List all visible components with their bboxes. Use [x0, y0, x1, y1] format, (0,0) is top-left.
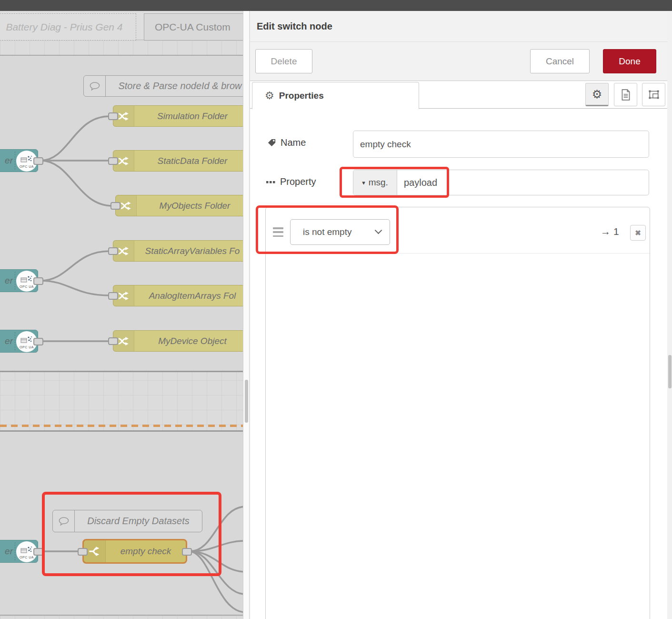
node-divider: [15, 272, 15, 290]
arrow-right-icon: →: [601, 226, 611, 237]
done-button[interactable]: Done: [603, 49, 656, 73]
change-node-staticdata-folder[interactable]: StaticData Folder: [113, 150, 243, 172]
node-label: MyDevice Object: [134, 336, 243, 346]
node-label: Simulation Folder: [134, 111, 243, 122]
output-port[interactable]: [33, 338, 43, 345]
tab-properties-label: Properties: [279, 91, 324, 101]
output-port[interactable]: [33, 157, 43, 165]
canvas-scrollbar-thumb[interactable]: [245, 380, 248, 423]
property-label-text: Property: [280, 176, 316, 187]
annotation-rect-empty-check-flow: [42, 492, 221, 576]
comment-node-store-parse[interactable]: Store & Parse nodeId & brow: [83, 75, 243, 97]
annotation-rect-msg-payload: [340, 167, 449, 198]
layout-frame-icon: [647, 88, 661, 101]
output-port[interactable]: [33, 277, 43, 285]
ellipsis-icon: [266, 180, 276, 184]
tab-properties[interactable]: ⚙ Properties: [252, 82, 419, 109]
wire: [40, 116, 110, 161]
node-red-editor: Battery Diag - Prius Gen 4 OPC-UA Custom…: [0, 0, 672, 619]
node-divider: [15, 542, 15, 560]
opcua-icon-caption: OPC UA: [20, 345, 34, 349]
tag-icon: [267, 138, 276, 147]
name-input[interactable]: [353, 131, 649, 157]
node-divider: [15, 332, 15, 350]
rule-list-container: [265, 207, 650, 619]
cancel-button[interactable]: Cancel: [530, 49, 590, 73]
node-label: er: [5, 336, 13, 346]
input-port[interactable]: [108, 112, 118, 120]
change-node-staticarrayvariables[interactable]: StaticArrayVariables Fo: [113, 240, 243, 262]
flow-canvas[interactable]: Battery Diag - Prius Gen 4 OPC-UA Custom…: [0, 11, 243, 619]
change-node-simulation-folder[interactable]: Simulation Folder: [113, 105, 243, 127]
wire: [40, 281, 110, 295]
flow-tab-label: Battery Diag - Prius Gen 4: [6, 21, 122, 33]
flow-tab-battery-diag[interactable]: Battery Diag - Prius Gen 4: [0, 13, 136, 41]
delete-button[interactable]: Delete: [255, 49, 312, 73]
rule-delete-button[interactable]: ✖: [630, 225, 646, 241]
wire: [40, 161, 112, 206]
name-label-text: Name: [281, 137, 306, 148]
edit-switch-node-dialog: Edit switch node Delete Cancel Done ⚙ Pr…: [250, 11, 672, 619]
annotation-rect-is-not-empty: [256, 205, 399, 254]
opcua-icon-caption: OPC UA: [20, 285, 34, 288]
flow-tab-label: OPC-UA Custom: [155, 21, 231, 33]
node-label: AnalogItemArrays Fol: [134, 291, 243, 301]
property-field-label: Property: [266, 176, 316, 187]
input-port[interactable]: [108, 292, 118, 300]
dialog-toolbar: Delete Cancel Done: [250, 42, 672, 81]
dialog-scrollbar[interactable]: [667, 11, 672, 619]
comment-icon: [84, 76, 106, 96]
rule-output-number: 1: [613, 226, 619, 237]
flow-tab-opcua-custom[interactable]: OPC-UA Custom: [144, 13, 243, 41]
opcua-server-node[interactable]: er OPC UA: [0, 540, 38, 563]
dialog-title: Edit switch node: [257, 21, 332, 32]
node-label: StaticArrayVariables Fo: [134, 246, 243, 256]
rule-output-indicator: → 1: [601, 226, 619, 237]
flow-tab-bar: Battery Diag - Prius Gen 4 OPC-UA Custom: [0, 11, 243, 40]
wire: [40, 251, 110, 281]
input-port[interactable]: [110, 202, 120, 210]
node-label: StaticData Folder: [134, 156, 243, 166]
opcua-server-node[interactable]: er OPC UA: [0, 269, 38, 292]
node-label: er: [5, 275, 13, 286]
description-view-button[interactable]: [614, 83, 637, 106]
opcua-server-node[interactable]: er OPC UA: [0, 330, 38, 353]
appearance-view-button[interactable]: [642, 83, 665, 106]
name-field-label: Name: [267, 137, 306, 148]
node-label: MyObjects Folder: [137, 201, 243, 211]
opcua-icon-caption: OPC UA: [20, 556, 34, 559]
node-label: er: [5, 546, 13, 557]
gear-icon: ⚙: [592, 88, 602, 101]
name-input-wrap: [353, 131, 649, 158]
canvas-scrollbar[interactable]: [243, 11, 250, 619]
input-port[interactable]: [108, 247, 118, 255]
change-node-analogitemarrays[interactable]: AnalogItemArrays Fol: [113, 285, 243, 306]
app-header-bar: [0, 0, 672, 11]
gear-icon: ⚙: [265, 90, 274, 102]
comment-label: Store & Parse nodeId & brow: [106, 81, 243, 91]
node-divider: [15, 152, 15, 170]
opcua-icon-caption: OPC UA: [20, 165, 34, 168]
input-port[interactable]: [108, 337, 118, 345]
node-label: er: [5, 155, 13, 166]
change-node-myobjects-folder[interactable]: MyObjects Folder: [115, 195, 243, 216]
document-icon: [620, 89, 632, 101]
opcua-server-node[interactable]: er OPC UA: [0, 149, 38, 172]
change-node-mydevice-object[interactable]: MyDevice Object: [113, 330, 243, 352]
properties-view-button[interactable]: ⚙: [585, 83, 609, 106]
dialog-scrollbar-thumb[interactable]: [668, 355, 672, 388]
input-port[interactable]: [108, 157, 118, 165]
dialog-titlebar: Edit switch node: [250, 11, 672, 42]
